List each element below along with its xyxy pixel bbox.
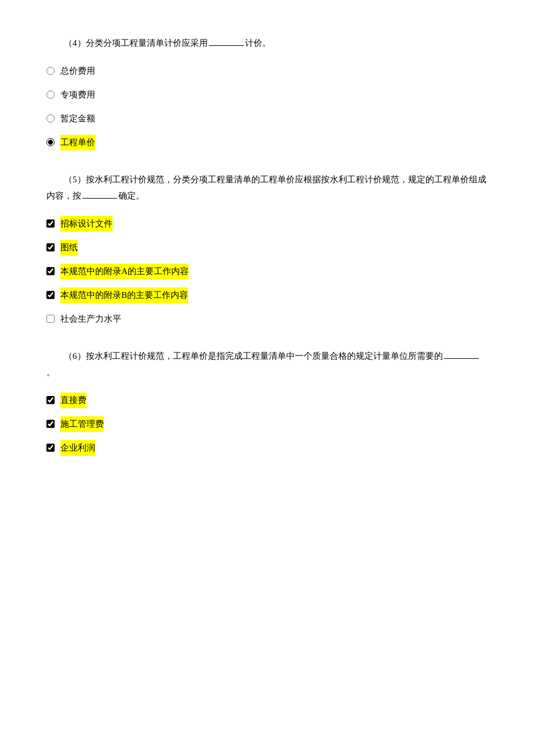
question-6-text: （6）按水利工程计价规范，工程单价是指完成工程量清单中一个质量合格的规定计量单位…: [46, 348, 488, 381]
option-label-q5-1: 招标设计文件: [60, 216, 113, 232]
question-6: （6）按水利工程计价规范，工程单价是指完成工程量清单中一个质量合格的规定计量单位…: [46, 348, 488, 456]
question-5: （5）按水利工程计价规范，分类分项工程量清单的工程单价应根据按水利工程计价规范，…: [46, 171, 488, 327]
option-label-q5-5: 社会生产力水平: [60, 311, 121, 327]
radio-q4-1[interactable]: [46, 67, 55, 75]
option-q6-3: 企业利润: [46, 440, 488, 456]
radio-q4-2[interactable]: [46, 91, 55, 99]
option-q6-1: 直接费: [46, 393, 488, 408]
option-label-q4-1: 总价费用: [60, 63, 95, 79]
option-q6-2: 施工管理费: [46, 416, 488, 432]
question-5-options: 招标设计文件 图纸 本规范中的附录A的主要工作内容 本规范中的附录B的主要工作内…: [46, 216, 488, 327]
radio-q4-3[interactable]: [46, 114, 55, 123]
option-q5-5: 社会生产力水平: [46, 311, 488, 327]
question-6-options: 直接费 施工管理费 企业利润: [46, 393, 488, 456]
checkbox-q6-3[interactable]: [46, 444, 55, 452]
option-q4-1: 总价费用: [46, 63, 488, 79]
page-content: （4）分类分项工程量清单计价应采用计价。 总价费用 专项费用 暂定金额 工程单价: [46, 35, 488, 456]
blank-5: [82, 198, 117, 199]
option-q5-1: 招标设计文件: [46, 216, 488, 232]
option-label-q6-1: 直接费: [60, 393, 86, 408]
option-label-q5-3: 本规范中的附录A的主要工作内容: [60, 264, 189, 279]
option-q4-3: 暂定金额: [46, 111, 488, 127]
blank-4: [209, 45, 244, 46]
option-label-q6-3: 企业利润: [60, 440, 95, 456]
checkbox-q6-2[interactable]: [46, 420, 55, 428]
checkbox-q5-3[interactable]: [46, 267, 55, 275]
option-label-q4-2: 专项费用: [60, 87, 95, 103]
blank-6: [444, 358, 479, 359]
option-q5-4: 本规范中的附录B的主要工作内容: [46, 287, 488, 303]
option-label-q5-4: 本规范中的附录B的主要工作内容: [60, 287, 188, 303]
checkbox-q6-1[interactable]: [46, 396, 55, 404]
checkbox-q5-2[interactable]: [46, 243, 55, 251]
question-4: （4）分类分项工程量清单计价应采用计价。 总价费用 专项费用 暂定金额 工程单价: [46, 35, 488, 150]
question-4-options: 总价费用 专项费用 暂定金额 工程单价: [46, 63, 488, 150]
checkbox-q5-5[interactable]: [46, 315, 55, 323]
option-q5-3: 本规范中的附录A的主要工作内容: [46, 264, 488, 279]
checkbox-q5-4[interactable]: [46, 291, 55, 299]
option-label-q4-3: 暂定金额: [60, 111, 95, 127]
option-q4-4: 工程单价: [46, 135, 488, 150]
checkbox-q5-1[interactable]: [46, 219, 55, 228]
option-label-q4-4: 工程单价: [60, 135, 95, 150]
question-5-text: （5）按水利工程计价规范，分类分项工程量清单的工程单价应根据按水利工程计价规范，…: [46, 171, 488, 204]
option-label-q6-2: 施工管理费: [60, 416, 104, 432]
question-4-text: （4）分类分项工程量清单计价应采用计价。: [46, 35, 488, 52]
option-q5-2: 图纸: [46, 240, 488, 255]
option-label-q5-2: 图纸: [60, 240, 78, 255]
radio-q4-4[interactable]: [46, 138, 55, 146]
option-q4-2: 专项费用: [46, 87, 488, 103]
